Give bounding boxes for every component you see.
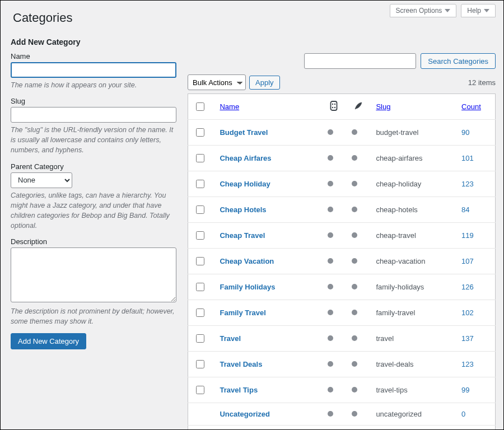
slug-input[interactable] xyxy=(11,107,176,123)
row-checkbox[interactable] xyxy=(196,257,204,265)
status-dot-icon xyxy=(328,411,333,417)
status-dot-icon xyxy=(328,155,333,161)
category-name-link[interactable]: Travel Deals xyxy=(220,360,262,368)
category-name-link[interactable]: Budget Travel xyxy=(220,128,268,137)
screen-options-tab[interactable]: Screen Options xyxy=(390,4,457,17)
category-name-link[interactable]: Cheap Holiday xyxy=(220,180,270,188)
status-dot-icon xyxy=(328,284,333,289)
status-dot-icon xyxy=(328,310,333,315)
col-slug[interactable]: Slug xyxy=(376,102,390,111)
search-categories-button[interactable]: Search Categories xyxy=(421,53,496,69)
category-count-link[interactable]: 84 xyxy=(461,205,469,214)
row-checkbox[interactable] xyxy=(196,309,204,317)
description-label: Description xyxy=(11,237,176,246)
status-dot-icon xyxy=(328,361,333,367)
category-name-link[interactable]: Cheap Travel xyxy=(220,231,265,240)
status-dot-icon xyxy=(328,335,333,341)
description-help: The description is not prominent by defa… xyxy=(11,306,176,326)
category-count-link[interactable]: 102 xyxy=(461,309,474,317)
category-count-link[interactable]: 123 xyxy=(461,360,474,368)
name-input[interactable] xyxy=(11,62,176,78)
row-checkbox[interactable] xyxy=(196,180,204,188)
svg-point-4 xyxy=(334,107,335,108)
items-count: 12 items xyxy=(468,78,496,87)
category-name-link[interactable]: Cheap Airfares xyxy=(220,154,271,162)
screen-options-label: Screen Options xyxy=(396,7,442,15)
col-name[interactable]: Name xyxy=(220,102,239,111)
category-count-link[interactable]: 99 xyxy=(461,386,469,394)
parent-select[interactable]: None xyxy=(11,172,72,188)
row-checkbox[interactable] xyxy=(196,205,204,214)
category-count-link[interactable]: 90 xyxy=(461,128,469,137)
categories-table: Name Slug Count xyxy=(188,94,496,430)
status-dot-icon xyxy=(352,335,357,341)
table-row: Budget Travelbudget-travel90 xyxy=(188,120,496,146)
category-count-link[interactable]: 137 xyxy=(461,334,474,343)
category-name-link[interactable]: Family Travel xyxy=(220,309,265,317)
select-all-checkbox[interactable] xyxy=(196,102,204,111)
status-dot-icon xyxy=(328,181,333,186)
row-checkbox[interactable] xyxy=(196,334,204,343)
help-tab[interactable]: Help xyxy=(461,4,496,17)
table-row: Cheap Holidaycheap-holiday123 xyxy=(188,171,496,197)
category-count-link[interactable]: 0 xyxy=(461,410,465,418)
category-name-link[interactable]: Travel Tips xyxy=(220,386,258,394)
category-count-link[interactable]: 101 xyxy=(461,154,474,162)
category-count-link[interactable]: 119 xyxy=(461,231,474,240)
category-slug: cheap-travel xyxy=(370,223,456,249)
row-checkbox[interactable] xyxy=(196,128,204,137)
row-checkbox[interactable] xyxy=(196,360,204,368)
add-category-form: Add New Category Name The name is how it… xyxy=(11,30,176,430)
status-dot-icon xyxy=(352,411,357,417)
add-category-heading: Add New Category xyxy=(11,38,176,46)
apply-button[interactable]: Apply xyxy=(249,76,280,90)
svg-point-2 xyxy=(334,104,335,105)
status-dot-icon xyxy=(352,232,357,238)
status-dot-icon xyxy=(352,207,357,212)
table-row: Cheap Travelcheap-travel119 xyxy=(188,223,496,249)
category-count-link[interactable]: 107 xyxy=(461,257,474,265)
help-label: Help xyxy=(467,7,481,15)
table-row: Cheap Vacationcheap-vacation107 xyxy=(188,249,496,274)
category-slug: travel xyxy=(370,326,456,352)
category-name-link[interactable]: Cheap Vacation xyxy=(220,257,274,265)
category-slug: cheap-holiday xyxy=(370,171,456,197)
row-checkbox[interactable] xyxy=(196,283,204,291)
description-input[interactable] xyxy=(11,247,176,302)
svg-rect-0 xyxy=(331,101,337,110)
status-dot-icon xyxy=(352,361,357,367)
name-label: Name xyxy=(11,52,176,60)
parent-label: Parent Category xyxy=(11,162,176,171)
status-dot-icon xyxy=(352,387,357,392)
table-row: Uncategorizeduncategorized0 xyxy=(188,403,496,426)
row-checkbox[interactable] xyxy=(196,154,204,162)
category-name-link[interactable]: Uncategorized xyxy=(220,410,270,418)
category-slug: family-travel xyxy=(370,300,456,326)
category-slug: cheap-vacation xyxy=(370,249,456,274)
table-row: Cheap Hotelscheap-hotels84 xyxy=(188,197,496,223)
row-checkbox[interactable] xyxy=(196,386,204,394)
table-row: Family Holidaysfamily-holidays126 xyxy=(188,274,496,300)
category-name-link[interactable]: Travel xyxy=(220,334,241,343)
status-dot-icon xyxy=(328,258,333,264)
category-slug: family-holidays xyxy=(370,274,456,300)
search-input[interactable] xyxy=(304,53,416,69)
category-count-link[interactable]: 123 xyxy=(461,180,474,188)
parent-help: Categories, unlike tags, can have a hier… xyxy=(11,190,176,231)
category-count-link[interactable]: 126 xyxy=(461,283,474,291)
table-row: Family Travelfamily-travel102 xyxy=(188,300,496,326)
add-category-button[interactable]: Add New Category xyxy=(11,333,86,349)
col-count[interactable]: Count xyxy=(461,102,481,111)
slug-label: Slug xyxy=(11,97,176,105)
status-dot-icon xyxy=(352,284,357,289)
category-name-link[interactable]: Family Holidays xyxy=(220,283,275,291)
description-column-icon xyxy=(330,101,338,111)
row-checkbox[interactable] xyxy=(196,231,204,240)
bulk-actions-select[interactable]: Bulk Actions xyxy=(188,74,246,90)
category-slug: cheap-airfares xyxy=(370,146,456,171)
category-slug: travel-deals xyxy=(370,352,456,377)
category-slug: uncategorized xyxy=(370,403,456,426)
status-dot-icon xyxy=(352,181,357,186)
status-dot-icon xyxy=(328,387,333,392)
category-name-link[interactable]: Cheap Hotels xyxy=(220,205,266,214)
